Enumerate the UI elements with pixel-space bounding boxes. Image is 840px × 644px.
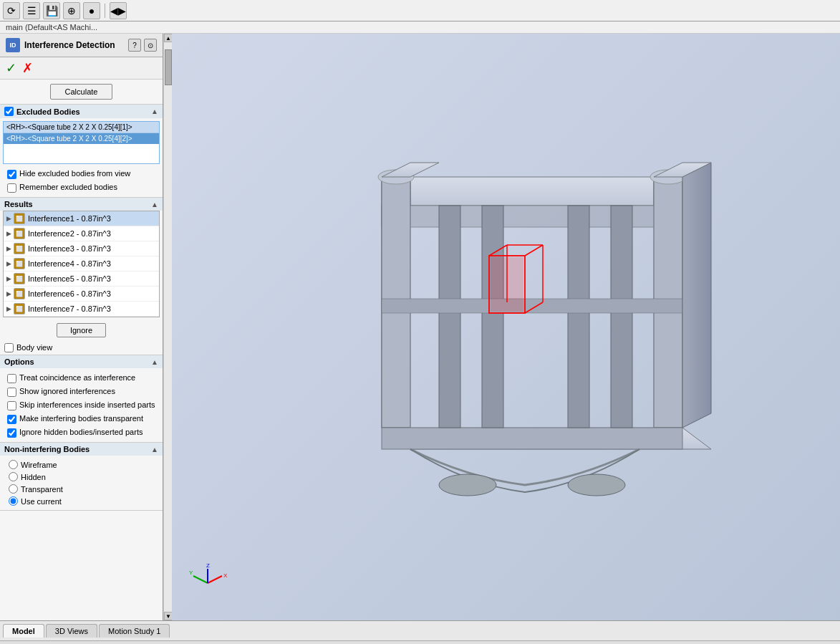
- results-collapse-icon[interactable]: ▲: [151, 201, 158, 208]
- option-label-4: Make interfering bodies transparent: [19, 413, 143, 423]
- option-checkbox-5[interactable]: [7, 428, 16, 438]
- radio-wireframe[interactable]: [9, 460, 18, 469]
- results-section: Results ▲ ▶ ⬜ Interference1 - 0.87in^3 ▶…: [0, 198, 163, 355]
- result-arrow-7: ▶: [6, 305, 11, 312]
- toolbar-save-icon[interactable]: 💾: [43, 2, 60, 19]
- result-arrow-3: ▶: [6, 245, 11, 252]
- remember-excluded-row: Remember excluded bodies: [3, 181, 160, 194]
- result-item-1[interactable]: ▶ ⬜ Interference1 - 0.87in^3: [4, 211, 159, 226]
- result-item-6[interactable]: ▶ ⬜ Interference6 - 0.87in^3: [4, 287, 159, 302]
- hide-excluded-checkbox[interactable]: [7, 170, 16, 179]
- svg-text:Y: Y: [189, 569, 193, 576]
- excluded-bodies-collapse-icon[interactable]: ▲: [151, 107, 158, 115]
- viewport[interactable]: X Y Z: [172, 34, 840, 620]
- result-icon-3: ⬜: [14, 243, 25, 254]
- body-view-checkbox[interactable]: [4, 343, 14, 352]
- result-arrow-1: ▶: [6, 215, 11, 222]
- svg-line-30: [193, 576, 208, 583]
- excluded-body-item-2[interactable]: <RH>-<Square tube 2 X 2 X 0.25[4][2]>: [4, 133, 159, 144]
- result-icon-7: ⬜: [14, 303, 25, 314]
- result-label-2: Interference2 - 0.87in^3: [28, 229, 111, 238]
- accept-button[interactable]: ✓: [6, 60, 16, 76]
- radio-transparent-label: Transparent: [21, 485, 63, 494]
- radio-use-current[interactable]: [9, 496, 18, 506]
- ignore-button[interactable]: Ignore: [57, 323, 106, 337]
- non-interfering-collapse-icon[interactable]: ▲: [151, 446, 158, 453]
- panel-actions: ? ⊙: [128, 39, 157, 52]
- radio-hidden[interactable]: [9, 472, 18, 481]
- tab-motion-study[interactable]: Motion Study 1: [99, 624, 170, 638]
- option-checkbox-3[interactable]: [7, 401, 16, 410]
- result-item-3[interactable]: ▶ ⬜ Interference3 - 0.87in^3: [4, 241, 159, 256]
- svg-line-29: [208, 576, 222, 583]
- svg-rect-13: [568, 206, 589, 428]
- radio-row-use-current: Use current: [3, 495, 160, 507]
- option-label-5: Ignore hidden bodies/inserted parts: [19, 427, 143, 437]
- 3d-model-svg: [324, 120, 754, 535]
- options-collapse-icon[interactable]: ▲: [151, 358, 158, 366]
- non-interfering-section: Non-interfering Bodies ▲ Wireframe Hidde…: [0, 443, 163, 511]
- toolbar-nav-icon[interactable]: ◀▶: [110, 2, 127, 19]
- svg-text:Z: Z: [206, 562, 210, 569]
- option-checkbox-2[interactable]: [7, 388, 16, 397]
- body-view-label: Body view: [16, 342, 52, 352]
- panel-title: Interference Detection: [24, 40, 124, 50]
- options-section: Options ▲ Treat coincidence as interfere…: [0, 355, 163, 443]
- toolbar-target-icon[interactable]: ⊕: [63, 2, 80, 19]
- radio-row-transparent: Transparent: [3, 483, 160, 495]
- help-icon-question[interactable]: ?: [128, 39, 141, 52]
- remember-excluded-checkbox[interactable]: [7, 183, 16, 193]
- scrollbar-down-button[interactable]: ▼: [164, 612, 172, 620]
- status-bar: SOLIDWORKS Premium 2019 Pre Release 1: [0, 640, 840, 644]
- left-panel-wrapper: ID Interference Detection ? ⊙ ✓ ✗ Calcul…: [0, 34, 172, 620]
- remember-excluded-label: Remember excluded bodies: [19, 182, 117, 192]
- tab-model[interactable]: Model: [3, 624, 44, 638]
- radio-row-hidden: Hidden: [3, 471, 160, 483]
- option-checkbox-1[interactable]: [7, 374, 16, 383]
- excluded-bodies-title: Excluded Bodies: [16, 107, 151, 116]
- excluded-bodies-checkbox[interactable]: [4, 107, 14, 116]
- result-label-3: Interference3 - 0.87in^3: [28, 244, 111, 253]
- excluded-bodies-header[interactable]: Excluded Bodies ▲: [0, 105, 163, 118]
- excluded-bodies-list[interactable]: <RH>-<Square tube 2 X 2 X 0.25[4][1]> <R…: [3, 121, 160, 164]
- radio-transparent[interactable]: [9, 484, 18, 494]
- options-header[interactable]: Options ▲: [0, 355, 163, 368]
- cancel-button[interactable]: ✗: [22, 60, 33, 76]
- option-row-5: Ignore hidden bodies/inserted parts: [3, 426, 160, 439]
- hide-excluded-row: Hide excluded bodies from view: [3, 167, 160, 181]
- excluded-bodies-content: <RH>-<Square tube 2 X 2 X 0.25[4][1]> <R…: [0, 118, 163, 197]
- result-item-7[interactable]: ▶ ⬜ Interference7 - 0.87in^3: [4, 302, 159, 317]
- option-label-1: Treat coincidence as interference: [19, 373, 135, 383]
- option-row-4: Make interfering bodies transparent: [3, 412, 160, 426]
- option-checkbox-4[interactable]: [7, 415, 16, 424]
- options-content: Treat coincidence as interference Show i…: [0, 368, 163, 442]
- option-row-1: Treat coincidence as interference: [3, 371, 160, 385]
- result-item-4[interactable]: ▶ ⬜ Interference4 - 0.87in^3: [4, 256, 159, 271]
- excluded-body-item-1[interactable]: <RH>-<Square tube 2 X 2 X 0.25[4][1]>: [4, 122, 159, 133]
- radio-wireframe-label: Wireframe: [21, 461, 57, 469]
- toolbar-rotate-icon[interactable]: ⟳: [3, 2, 20, 19]
- calculate-button[interactable]: Calculate: [50, 84, 113, 100]
- left-panel-scrollbar[interactable]: ▲ ▼: [163, 34, 172, 620]
- result-icon-4: ⬜: [14, 258, 25, 269]
- result-icon-5: ⬜: [14, 273, 25, 284]
- calculate-row: Calculate: [0, 80, 163, 105]
- result-item-2[interactable]: ▶ ⬜ Interference2 - 0.87in^3: [4, 226, 159, 241]
- help-icon-circle[interactable]: ⊙: [144, 39, 157, 52]
- non-interfering-header[interactable]: Non-interfering Bodies ▲: [0, 443, 163, 456]
- result-item-5[interactable]: ▶ ⬜ Interference5 - 0.87in^3: [4, 271, 159, 287]
- scrollbar-up-button[interactable]: ▲: [164, 34, 172, 42]
- toolbar-color-icon[interactable]: ●: [83, 2, 100, 19]
- result-icon-6: ⬜: [14, 288, 25, 299]
- tab-3d-views[interactable]: 3D Views: [46, 624, 97, 638]
- coordinate-axes-svg: X Y Z: [186, 562, 229, 605]
- toolbar-list-icon[interactable]: ☰: [23, 2, 40, 19]
- options-title: Options: [4, 357, 151, 366]
- result-icon-2: ⬜: [14, 228, 25, 239]
- results-list[interactable]: ▶ ⬜ Interference1 - 0.87in^3 ▶ ⬜ Interfe…: [3, 211, 160, 317]
- option-row-2: Show ignored interferences: [3, 385, 160, 398]
- scrollbar-thumb[interactable]: [165, 49, 172, 85]
- result-arrow-6: ▶: [6, 290, 11, 297]
- results-header[interactable]: Results ▲: [0, 198, 163, 211]
- excluded-bodies-section: Excluded Bodies ▲ <RH>-<Square tube 2 X …: [0, 105, 163, 198]
